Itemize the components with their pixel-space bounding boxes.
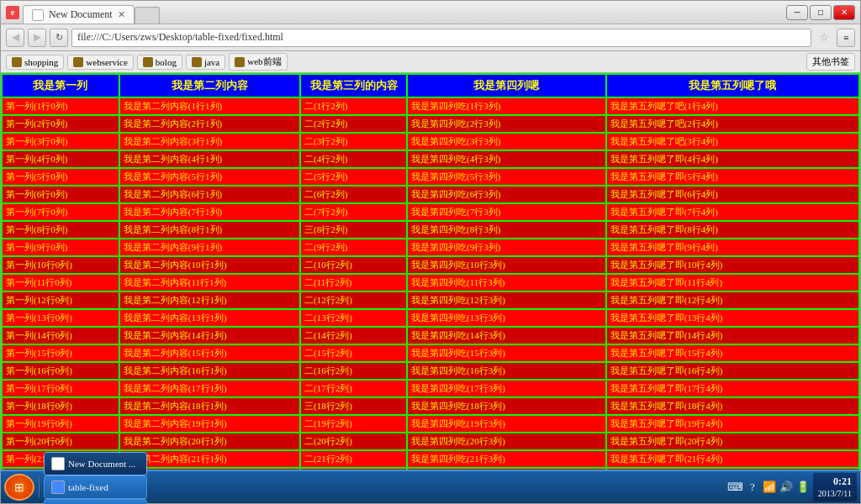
table-row: 第一列(14行0列)我是第二列内容(14行1列)二(14行2列)我是第四列吃(1… (2, 327, 859, 344)
table-cell-17-1: 我是第二列内容(18行1列) (119, 397, 300, 415)
system-clock[interactable]: 0:21 2013/7/11 (813, 473, 857, 502)
table-row: 第一列(12行0列)我是第二列内容(12行1列)二(12行2列)我是第四列吃(1… (2, 291, 859, 309)
table-cell-3-3: 我是第四列吃(4行3列) (407, 150, 606, 168)
table-cell-5-2: 二(6行2列) (300, 186, 407, 203)
bookmark-label: web前端 (247, 55, 281, 68)
table-cell-10-2: 二(11行2列) (300, 274, 407, 291)
table-cell-8-4: 我是第五列嗯了即(9行4列) (606, 239, 859, 256)
title-bar: e New Document ✕ ─ □ ✕ (1, 1, 860, 24)
bookmark-other[interactable]: 其他书签 (806, 53, 855, 71)
table-row: 第一列(15行0列)我是第二列内容(15行1列)二(15行2列)我是第四列吃(1… (2, 344, 859, 362)
table-cell-16-2: 二(17行2列) (300, 380, 407, 397)
table-cell-3-2: 二(4行2列) (300, 150, 407, 168)
menu-button[interactable]: ≡ (837, 29, 855, 47)
start-button[interactable]: ⊞ (4, 474, 34, 501)
table-cell-11-1: 我是第二列内容(12行1列) (119, 291, 300, 309)
window-controls: ─ □ ✕ (786, 5, 855, 20)
table-cell-1-3: 我是第四列吃(2行3列) (407, 115, 606, 133)
table-header-col1: 我是第二列内容 (119, 74, 300, 97)
refresh-button[interactable]: ↻ (50, 29, 68, 47)
table-cell-10-1: 我是第二列内容(11行1列) (119, 274, 300, 291)
table-cell-12-4: 我是第五列嗯了即(13行4列) (606, 309, 859, 327)
table-cell-2-3: 我是第四列吃(3行3列) (407, 133, 606, 150)
url-input[interactable]: file:///C:/Users/zws/Desktop/table-fixed… (71, 29, 811, 47)
clock-date: 2013/7/11 (818, 488, 852, 500)
table-cell-2-2: 二(3行2列) (300, 133, 407, 150)
folder-icon (192, 57, 202, 67)
table-cell-0-4: 我是第五列嗯了吧(1行4列) (606, 97, 859, 115)
folder-icon (143, 57, 153, 67)
table-cell-13-2: 二(14行2列) (300, 327, 407, 344)
url-text: file:///C:/Users/zws/Desktop/table-fixed… (77, 31, 283, 44)
table-cell-0-2: 二(1行2列) (300, 97, 407, 115)
browser-icon: e (6, 6, 19, 19)
table-row: 第一列(3行0列)我是第二列内容(3行1列)二(3行2列)我是第四列吃(3行3列… (2, 133, 859, 150)
table-cell-6-0: 第一列(7行0列) (2, 203, 119, 221)
taskbar-separator (39, 477, 40, 497)
address-bar: ◀ ▶ ↻ file:///C:/Users/zws/Desktop/table… (1, 24, 860, 51)
data-table: 我是第一列我是第二列内容我是第三列的内容我是第四列嗯我是第五列嗯了哦 第一列(1… (1, 73, 860, 470)
table-cell-0-3: 我是第四列吃(1行3列) (407, 97, 606, 115)
bookmark-web-frontend[interactable]: web前端 (229, 53, 287, 71)
bookmark-webservice[interactable]: webservice (67, 55, 133, 70)
table-cell-18-0: 第一列(19行0列) (2, 415, 119, 433)
table-cell-19-1: 我是第二列内容(20行1列) (119, 433, 300, 450)
bookmark-label: bolog (156, 57, 177, 67)
clock-time: 0:21 (818, 475, 852, 489)
close-button[interactable]: ✕ (833, 5, 855, 20)
table-cell-12-1: 我是第二列内容(13行1列) (119, 309, 300, 327)
taskbar-item-icon (51, 457, 65, 470)
table-cell-18-4: 我是第五列嗯了即(19行4列) (606, 415, 859, 433)
bookmark-java[interactable]: java (186, 55, 225, 70)
volume-icon: 🔊 (779, 480, 793, 494)
table-cell-12-3: 我是第四列吃(13行3列) (407, 309, 606, 327)
table-cell-14-3: 我是第四列吃(15行3列) (407, 344, 606, 362)
table-cell-13-3: 我是第四列吃(14行3列) (407, 327, 606, 344)
table-cell-19-4: 我是第五列嗯了即(20行4列) (606, 433, 859, 450)
minimize-button[interactable]: ─ (786, 5, 808, 20)
table-cell-11-0: 第一列(12行0列) (2, 291, 119, 309)
table-row: 第一列(1行0列)我是第二列内容(1行1列)二(1行2列)我是第四列吃(1行3列… (2, 97, 859, 115)
tab-close-button[interactable]: ✕ (118, 9, 125, 20)
table-cell-19-3: 我是第四列吃(20行3列) (407, 433, 606, 450)
taskbar-item-icon (51, 480, 65, 494)
table-cell-6-1: 我是第二列内容(7行1列) (119, 203, 300, 221)
table-row: 第一列(9行0列)我是第二列内容(9行1列)二(9行2列)我是第四列吃(9行3列… (2, 239, 859, 256)
table-cell-8-1: 我是第二列内容(9行1列) (119, 239, 300, 256)
bookmark-star-button[interactable]: ☆ (815, 29, 833, 47)
table-header-col0: 我是第一列 (2, 74, 119, 97)
table-cell-4-2: 二(5行2列) (300, 168, 407, 186)
table-cell-11-3: 我是第四列吃(12行3列) (407, 291, 606, 309)
table-row: 第一列(18行0列)我是第二列内容(18行1列)三(18行2列)我是第四列吃(1… (2, 397, 859, 415)
table-row: 第一列(20行0列)我是第二列内容(20行1列)二(20行2列)我是第四列吃(2… (2, 433, 859, 450)
table-cell-9-2: 二(10行2列) (300, 256, 407, 274)
table-row: 第一列(2行0列)我是第二列内容(2行1列)二(2行2列)我是第四列吃(2行3列… (2, 115, 859, 133)
table-cell-15-3: 我是第四列吃(16行3列) (407, 362, 606, 380)
table-cell-6-3: 我是第四列吃(7行3列) (407, 203, 606, 221)
table-container[interactable]: 我是第一列我是第二列内容我是第三列的内容我是第四列嗯我是第五列嗯了哦 第一列(1… (1, 73, 860, 470)
maximize-button[interactable]: □ (810, 5, 832, 20)
taskbar-item-0[interactable]: New Document ... (44, 452, 147, 475)
table-cell-1-1: 我是第二列内容(2行1列) (119, 115, 300, 133)
table-cell-15-1: 我是第二列内容(16行1列) (119, 362, 300, 380)
active-tab[interactable]: New Document ✕ (23, 5, 135, 24)
forward-button[interactable]: ▶ (28, 29, 46, 47)
table-cell-4-4: 我是第五列嗯了即(5行4列) (606, 168, 859, 186)
bookmark-bolog[interactable]: bolog (137, 55, 182, 70)
taskbar-item-label: New Document ... (68, 459, 135, 469)
taskbar-item-2[interactable]: 不找信口找方法... (44, 499, 147, 504)
back-button[interactable]: ◀ (6, 29, 24, 47)
tab-favicon (32, 9, 44, 21)
table-cell-9-3: 我是第四列吃(10行3列) (407, 256, 606, 274)
bookmark-shopping[interactable]: shopping (6, 55, 64, 70)
table-cell-5-1: 我是第二列内容(6行1列) (119, 186, 300, 203)
tab-title: New Document (49, 8, 113, 21)
table-cell-19-0: 第一列(20行0列) (2, 433, 119, 450)
table-cell-0-0: 第一列(1行0列) (2, 97, 119, 115)
table-cell-12-0: 第一列(13行0列) (2, 309, 119, 327)
taskbar-item-1[interactable]: table-fixed (44, 475, 147, 499)
table-cell-6-2: 二(7行2列) (300, 203, 407, 221)
table-cell-16-3: 我是第四列吃(17行3列) (407, 380, 606, 397)
table-cell-7-2: 三(8行2列) (300, 221, 407, 239)
new-tab-button[interactable] (135, 7, 160, 24)
